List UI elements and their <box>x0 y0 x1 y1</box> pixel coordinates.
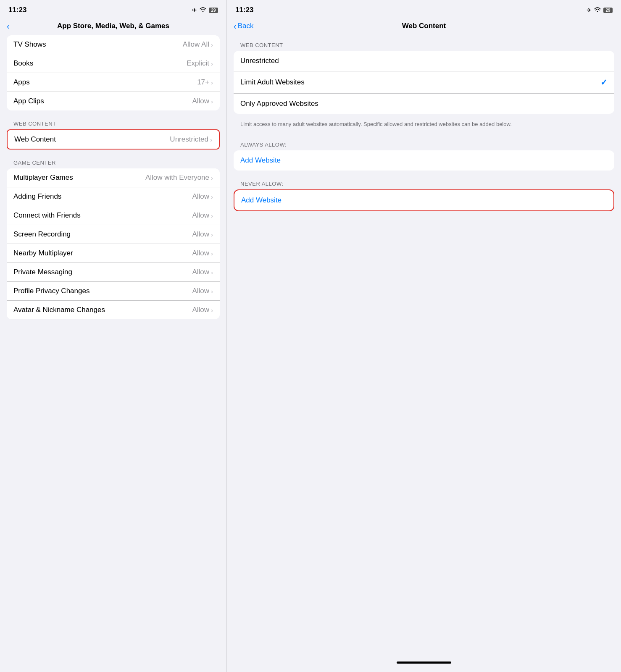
game-center-section-label: GAME CENTER <box>0 153 226 168</box>
books-value: Explicit › <box>187 59 213 68</box>
apps-chevron: › <box>211 79 213 86</box>
left-nav-header: ‹ App Store, Media, Web, & Games <box>0 18 226 35</box>
private-messaging-chevron: › <box>211 269 213 276</box>
web-content-value: Unrestricted › <box>170 135 212 144</box>
books-chevron: › <box>211 60 213 67</box>
right-nav-header: ‹ Back Web Content <box>227 18 621 35</box>
right-airplane-icon: ✈ <box>587 7 592 13</box>
right-back-chevron-icon: ‹ <box>234 22 237 30</box>
apps-value: 17+ › <box>197 78 213 87</box>
avatar-nickname-item[interactable]: Avatar & Nickname Changes Allow › <box>7 301 220 319</box>
left-panel: 11:23 ✈ 29 ‹ App Store, Media, Web, & Ga… <box>0 0 226 672</box>
game-center-card: Multiplayer Games Allow with Everyone › … <box>7 168 220 319</box>
avatar-nickname-value: Allow › <box>192 306 213 314</box>
tv-shows-value: Allow All › <box>183 40 213 49</box>
right-panel: 11:23 ✈ 29 ‹ Back Web Content WEB CONTEN… <box>226 0 621 672</box>
tv-shows-label: TV Shows <box>13 40 46 49</box>
web-content-description: Limit access to many adult websites auto… <box>227 117 621 135</box>
only-approved-option[interactable]: Only Approved Websites <box>234 94 614 114</box>
airplane-icon: ✈ <box>192 7 197 13</box>
always-allow-section: Add Website <box>234 150 614 171</box>
avatar-nickname-chevron: › <box>211 307 213 314</box>
wifi-icon <box>200 7 206 13</box>
adding-friends-chevron: › <box>211 193 213 200</box>
left-status-icons: ✈ 29 <box>192 7 218 13</box>
multiplayer-games-chevron: › <box>211 174 213 181</box>
never-allow-label: NEVER ALLOW: <box>227 174 621 189</box>
home-indicator <box>397 662 451 664</box>
web-content-options-card: Unrestricted Limit Adult Websites ✓ Only… <box>234 51 614 114</box>
adding-friends-label: Adding Friends <box>13 192 61 201</box>
screen-recording-item[interactable]: Screen Recording Allow › <box>7 225 220 244</box>
tv-shows-chevron: › <box>211 41 213 48</box>
apps-item[interactable]: Apps 17+ › <box>7 73 220 92</box>
app-clips-label: App Clips <box>13 97 44 105</box>
left-time: 11:23 <box>8 6 26 14</box>
back-chevron-icon: ‹ <box>7 22 10 30</box>
limit-adult-label: Limit Adult Websites <box>240 78 305 87</box>
profile-privacy-value: Allow › <box>192 287 213 295</box>
always-allow-card: Add Website <box>234 150 614 171</box>
screen-recording-value: Allow › <box>192 230 213 239</box>
right-time: 11:23 <box>235 6 253 14</box>
web-content-item[interactable]: Web Content Unrestricted › <box>8 130 219 149</box>
only-approved-label: Only Approved Websites <box>240 100 318 108</box>
web-content-chevron: › <box>210 136 212 143</box>
unrestricted-label: Unrestricted <box>240 57 279 65</box>
unrestricted-option[interactable]: Unrestricted <box>234 51 614 71</box>
limit-adult-option[interactable]: Limit Adult Websites ✓ <box>234 71 614 94</box>
right-status-icons: ✈ 29 <box>587 7 613 13</box>
web-content-highlighted[interactable]: Web Content Unrestricted › <box>7 129 220 150</box>
right-status-bar: 11:23 ✈ 29 <box>227 0 621 18</box>
right-back-button[interactable]: ‹ Back <box>234 22 253 30</box>
adding-friends-value: Allow › <box>192 192 213 201</box>
multiplayer-games-label: Multiplayer Games <box>13 173 73 182</box>
left-page-title: App Store, Media, Web, & Games <box>57 22 169 30</box>
never-allow-section: Add Website <box>234 189 614 211</box>
right-wifi-icon <box>594 7 601 13</box>
multiplayer-games-value: Allow with Everyone › <box>145 173 213 182</box>
left-status-bar: 11:23 ✈ 29 <box>0 0 226 18</box>
app-clips-item[interactable]: App Clips Allow › <box>7 92 220 110</box>
right-back-label: Back <box>238 22 254 30</box>
app-clips-value: Allow › <box>192 97 213 105</box>
private-messaging-value: Allow › <box>192 268 213 276</box>
right-page-title: Web Content <box>402 22 446 30</box>
app-clips-chevron: › <box>211 98 213 105</box>
tv-shows-item[interactable]: TV Shows Allow All › <box>7 35 220 54</box>
multiplayer-games-item[interactable]: Multiplayer Games Allow with Everyone › <box>7 168 220 187</box>
books-label: Books <box>13 59 33 68</box>
private-messaging-item[interactable]: Private Messaging Allow › <box>7 263 220 282</box>
books-item[interactable]: Books Explicit › <box>7 54 220 73</box>
connect-friends-chevron: › <box>211 212 213 219</box>
web-content-section-label: WEB CONTENT <box>0 114 226 129</box>
nearby-multiplayer-value: Allow › <box>192 249 213 257</box>
nearby-multiplayer-item[interactable]: Nearby Multiplayer Allow › <box>7 244 220 263</box>
web-content-label: Web Content <box>14 135 56 144</box>
always-allow-add-website-button[interactable]: Add Website <box>234 150 614 171</box>
nearby-multiplayer-label: Nearby Multiplayer <box>13 249 73 257</box>
content-ratings-card: TV Shows Allow All › Books Explicit › Ap… <box>7 35 220 110</box>
screen-recording-label: Screen Recording <box>13 230 71 239</box>
left-battery: 29 <box>209 8 218 13</box>
profile-privacy-chevron: › <box>211 288 213 295</box>
right-web-content-label: WEB CONTENT <box>227 35 621 51</box>
profile-privacy-item[interactable]: Profile Privacy Changes Allow › <box>7 282 220 301</box>
connect-friends-label: Connect with Friends <box>13 211 81 220</box>
avatar-nickname-label: Avatar & Nickname Changes <box>13 306 105 314</box>
checkmark-icon: ✓ <box>600 77 608 87</box>
never-allow-add-website-button[interactable]: Add Website <box>234 190 613 210</box>
connect-friends-item[interactable]: Connect with Friends Allow › <box>7 206 220 225</box>
never-allow-card: Add Website <box>234 189 614 211</box>
always-allow-label: ALWAYS ALLOW: <box>227 135 621 150</box>
private-messaging-label: Private Messaging <box>13 268 72 276</box>
screen-recording-chevron: › <box>211 231 213 238</box>
right-battery: 29 <box>603 8 613 13</box>
nearby-multiplayer-chevron: › <box>211 250 213 257</box>
left-back-button[interactable]: ‹ <box>7 22 10 30</box>
apps-label: Apps <box>13 78 30 87</box>
adding-friends-item[interactable]: Adding Friends Allow › <box>7 187 220 206</box>
profile-privacy-label: Profile Privacy Changes <box>13 287 89 295</box>
connect-friends-value: Allow › <box>192 211 213 220</box>
